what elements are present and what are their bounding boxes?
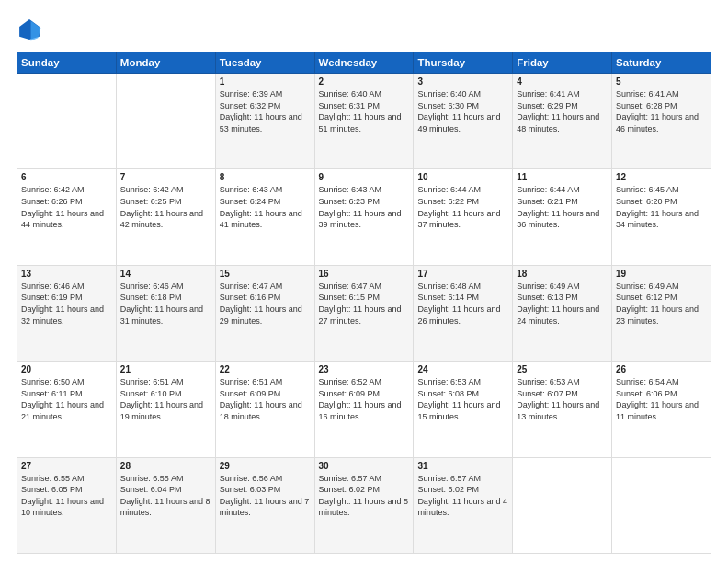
- calendar-day-13: 13Sunrise: 6:46 AM Sunset: 6:19 PM Dayli…: [17, 265, 117, 361]
- day-number: 19: [616, 269, 707, 279]
- day-detail: Sunrise: 6:40 AM Sunset: 6:31 PM Dayligh…: [319, 88, 410, 134]
- day-detail: Sunrise: 6:49 AM Sunset: 6:13 PM Dayligh…: [517, 281, 608, 327]
- day-number: 12: [616, 172, 707, 182]
- day-detail: Sunrise: 6:54 AM Sunset: 6:06 PM Dayligh…: [616, 376, 707, 422]
- day-detail: Sunrise: 6:47 AM Sunset: 6:16 PM Dayligh…: [220, 281, 311, 327]
- calendar-day-23: 23Sunrise: 6:52 AM Sunset: 6:09 PM Dayli…: [314, 362, 414, 457]
- day-detail: Sunrise: 6:41 AM Sunset: 6:28 PM Dayligh…: [616, 88, 707, 134]
- day-number: 26: [616, 364, 707, 374]
- day-detail: Sunrise: 6:51 AM Sunset: 6:10 PM Dayligh…: [120, 376, 211, 422]
- day-number: 8: [220, 172, 311, 182]
- day-number: 1: [220, 76, 311, 86]
- day-number: 31: [417, 461, 508, 471]
- day-detail: Sunrise: 6:46 AM Sunset: 6:18 PM Dayligh…: [120, 281, 211, 327]
- day-detail: Sunrise: 6:45 AM Sunset: 6:20 PM Dayligh…: [616, 184, 707, 230]
- day-detail: Sunrise: 6:51 AM Sunset: 6:09 PM Dayligh…: [220, 376, 311, 422]
- calendar-day-12: 12Sunrise: 6:45 AM Sunset: 6:20 PM Dayli…: [612, 169, 711, 265]
- day-number: 30: [319, 461, 410, 471]
- day-number: 11: [517, 172, 608, 182]
- calendar-day-4: 4Sunrise: 6:41 AM Sunset: 6:29 PM Daylig…: [513, 74, 612, 169]
- calendar-day-empty: [513, 457, 612, 553]
- calendar-week-1: 1Sunrise: 6:39 AM Sunset: 6:32 PM Daylig…: [17, 74, 711, 169]
- calendar-day-11: 11Sunrise: 6:44 AM Sunset: 6:21 PM Dayli…: [513, 169, 612, 265]
- calendar-day-2: 2Sunrise: 6:40 AM Sunset: 6:31 PM Daylig…: [314, 74, 414, 169]
- calendar-week-2: 6Sunrise: 6:42 AM Sunset: 6:26 PM Daylig…: [17, 169, 711, 265]
- calendar-week-3: 13Sunrise: 6:46 AM Sunset: 6:19 PM Dayli…: [17, 265, 711, 361]
- day-number: 27: [21, 461, 112, 471]
- calendar-day-28: 28Sunrise: 6:55 AM Sunset: 6:04 PM Dayli…: [116, 457, 215, 553]
- day-number: 25: [517, 364, 608, 374]
- calendar-table: SundayMondayTuesdayWednesdayThursdayFrid…: [17, 52, 711, 554]
- day-detail: Sunrise: 6:52 AM Sunset: 6:09 PM Dayligh…: [319, 376, 410, 422]
- calendar-day-6: 6Sunrise: 6:42 AM Sunset: 6:26 PM Daylig…: [17, 169, 117, 265]
- weekday-header-saturday: Saturday: [612, 52, 711, 74]
- day-detail: Sunrise: 6:53 AM Sunset: 6:07 PM Dayligh…: [517, 376, 608, 422]
- day-detail: Sunrise: 6:39 AM Sunset: 6:32 PM Dayligh…: [220, 88, 311, 134]
- day-number: 5: [616, 76, 707, 86]
- calendar-day-empty: [116, 74, 215, 169]
- day-detail: Sunrise: 6:48 AM Sunset: 6:14 PM Dayligh…: [417, 281, 508, 327]
- weekday-header-sunday: Sunday: [17, 52, 117, 74]
- day-number: 14: [120, 269, 211, 279]
- day-number: 20: [21, 364, 112, 374]
- day-detail: Sunrise: 6:53 AM Sunset: 6:08 PM Dayligh…: [417, 376, 508, 422]
- calendar-day-14: 14Sunrise: 6:46 AM Sunset: 6:18 PM Dayli…: [116, 265, 215, 361]
- weekday-header-wednesday: Wednesday: [314, 52, 414, 74]
- calendar-day-3: 3Sunrise: 6:40 AM Sunset: 6:30 PM Daylig…: [414, 74, 513, 169]
- calendar-day-7: 7Sunrise: 6:42 AM Sunset: 6:25 PM Daylig…: [116, 169, 215, 265]
- day-number: 18: [517, 269, 608, 279]
- calendar-day-25: 25Sunrise: 6:53 AM Sunset: 6:07 PM Dayli…: [513, 362, 612, 457]
- day-detail: Sunrise: 6:42 AM Sunset: 6:25 PM Dayligh…: [120, 184, 211, 230]
- day-detail: Sunrise: 6:49 AM Sunset: 6:12 PM Dayligh…: [616, 281, 707, 327]
- day-number: 23: [319, 364, 410, 374]
- day-number: 17: [417, 269, 508, 279]
- weekday-header-friday: Friday: [513, 52, 612, 74]
- day-number: 4: [517, 76, 608, 86]
- calendar-day-19: 19Sunrise: 6:49 AM Sunset: 6:12 PM Dayli…: [612, 265, 711, 361]
- logo: [17, 17, 46, 42]
- day-detail: Sunrise: 6:43 AM Sunset: 6:24 PM Dayligh…: [220, 184, 311, 230]
- weekday-header-row: SundayMondayTuesdayWednesdayThursdayFrid…: [17, 52, 711, 74]
- day-number: 3: [417, 76, 508, 86]
- day-detail: Sunrise: 6:44 AM Sunset: 6:21 PM Dayligh…: [517, 184, 608, 230]
- calendar-day-5: 5Sunrise: 6:41 AM Sunset: 6:28 PM Daylig…: [612, 74, 711, 169]
- day-detail: Sunrise: 6:55 AM Sunset: 6:04 PM Dayligh…: [120, 473, 211, 519]
- calendar-day-20: 20Sunrise: 6:50 AM Sunset: 6:11 PM Dayli…: [17, 362, 117, 457]
- calendar-day-16: 16Sunrise: 6:47 AM Sunset: 6:15 PM Dayli…: [314, 265, 414, 361]
- day-detail: Sunrise: 6:55 AM Sunset: 6:05 PM Dayligh…: [21, 473, 112, 519]
- day-number: 15: [220, 269, 311, 279]
- page: SundayMondayTuesdayWednesdayThursdayFrid…: [0, 0, 728, 563]
- calendar-day-9: 9Sunrise: 6:43 AM Sunset: 6:23 PM Daylig…: [314, 169, 414, 265]
- calendar-day-18: 18Sunrise: 6:49 AM Sunset: 6:13 PM Dayli…: [513, 265, 612, 361]
- calendar-day-empty: [17, 74, 117, 169]
- calendar-day-24: 24Sunrise: 6:53 AM Sunset: 6:08 PM Dayli…: [414, 362, 513, 457]
- day-detail: Sunrise: 6:43 AM Sunset: 6:23 PM Dayligh…: [319, 184, 410, 230]
- svg-marker-1: [31, 21, 41, 41]
- day-detail: Sunrise: 6:50 AM Sunset: 6:11 PM Dayligh…: [21, 376, 112, 422]
- calendar-week-5: 27Sunrise: 6:55 AM Sunset: 6:05 PM Dayli…: [17, 457, 711, 553]
- calendar-day-17: 17Sunrise: 6:48 AM Sunset: 6:14 PM Dayli…: [414, 265, 513, 361]
- day-detail: Sunrise: 6:57 AM Sunset: 6:02 PM Dayligh…: [417, 473, 508, 519]
- day-detail: Sunrise: 6:57 AM Sunset: 6:02 PM Dayligh…: [319, 473, 410, 519]
- day-detail: Sunrise: 6:44 AM Sunset: 6:22 PM Dayligh…: [417, 184, 508, 230]
- calendar-day-26: 26Sunrise: 6:54 AM Sunset: 6:06 PM Dayli…: [612, 362, 711, 457]
- day-detail: Sunrise: 6:47 AM Sunset: 6:15 PM Dayligh…: [319, 281, 410, 327]
- calendar-day-8: 8Sunrise: 6:43 AM Sunset: 6:24 PM Daylig…: [215, 169, 314, 265]
- weekday-header-monday: Monday: [116, 52, 215, 74]
- day-number: 7: [120, 172, 211, 182]
- day-number: 24: [417, 364, 508, 374]
- day-detail: Sunrise: 6:40 AM Sunset: 6:30 PM Dayligh…: [417, 88, 508, 134]
- day-number: 22: [220, 364, 311, 374]
- calendar-day-27: 27Sunrise: 6:55 AM Sunset: 6:05 PM Dayli…: [17, 457, 117, 553]
- calendar-day-21: 21Sunrise: 6:51 AM Sunset: 6:10 PM Dayli…: [116, 362, 215, 457]
- day-number: 10: [417, 172, 508, 182]
- day-detail: Sunrise: 6:56 AM Sunset: 6:03 PM Dayligh…: [220, 473, 311, 519]
- calendar-day-empty: [612, 457, 711, 553]
- weekday-header-tuesday: Tuesday: [215, 52, 314, 74]
- calendar-day-22: 22Sunrise: 6:51 AM Sunset: 6:09 PM Dayli…: [215, 362, 314, 457]
- day-detail: Sunrise: 6:42 AM Sunset: 6:26 PM Dayligh…: [21, 184, 112, 230]
- day-detail: Sunrise: 6:46 AM Sunset: 6:19 PM Dayligh…: [21, 281, 112, 327]
- logo-icon: [17, 17, 42, 42]
- header: [17, 17, 711, 42]
- day-number: 16: [319, 269, 410, 279]
